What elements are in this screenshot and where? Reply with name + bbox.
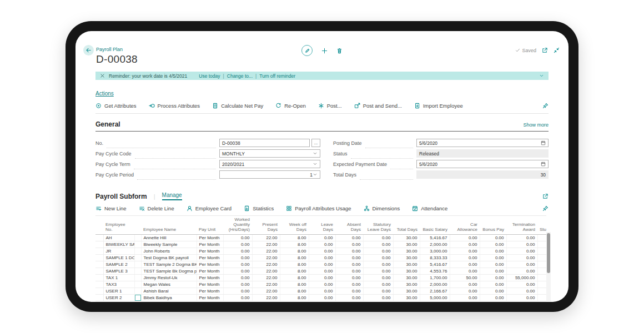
cell-week_off_days[interactable]: 8.00 — [280, 281, 309, 287]
cell-bonus_pay[interactable]: 0.00 — [480, 261, 506, 268]
change-to-link[interactable]: Change to... — [227, 73, 253, 79]
cell-week_off_days[interactable]: 8.00 — [280, 274, 309, 281]
post-and-send-button[interactable]: Post and Send... — [354, 103, 402, 109]
cell-basic_salary[interactable]: 5,416.67 — [420, 234, 450, 241]
cell-basic_salary[interactable]: 1,700.00 — [420, 274, 450, 281]
calculate-net-pay-button[interactable]: Calculate Net Pay — [212, 103, 263, 109]
cell-week_off_days[interactable]: 8.00 — [280, 248, 309, 254]
column-header-present-days[interactable]: Present Days — [252, 216, 280, 235]
cell-present_days[interactable]: 22.00 — [252, 274, 280, 281]
column-header-absent-days[interactable]: Absent Days — [335, 216, 363, 235]
cell-pay_unit[interactable]: Per Month — [197, 287, 223, 294]
cell-employee_no[interactable]: SAMPLE 3 — [103, 268, 134, 274]
cell-termination_award[interactable]: 0.00 — [506, 268, 537, 274]
gap-cell[interactable] — [134, 234, 141, 241]
cell-statutory_leave_days[interactable]: 0.00 — [363, 287, 393, 294]
cell-present_days[interactable]: 22.00 — [252, 254, 280, 261]
table-row[interactable]: TAX 1Jimmy Restof-UkPer Month0.0022.008.… — [95, 274, 546, 281]
column-header-leave-days[interactable]: Leave Days — [309, 216, 335, 235]
cell-worked_quantity[interactable]: 0.00 — [223, 248, 252, 254]
no-lookup-button[interactable]: ... — [311, 139, 320, 147]
cell-pay_unit[interactable]: Per Month — [197, 268, 223, 274]
cell-total_days[interactable]: 30.00 — [393, 248, 420, 254]
cell-stu_truncated[interactable] — [537, 261, 546, 268]
cell-bonus_pay[interactable]: 0.00 — [480, 294, 506, 301]
cell-bonus_pay[interactable]: 0.00 — [480, 234, 506, 241]
delete-line-button[interactable]: Delete Line — [139, 205, 174, 211]
cell-employee_no[interactable]: TAX 1 — [103, 274, 134, 281]
employee-card-button[interactable]: Employee Card — [187, 205, 232, 211]
vertical-scrollbar-thumb[interactable] — [547, 233, 550, 273]
table-row[interactable]: SAMPLE 1 DO...Test Dogma BK payrollPer M… — [95, 254, 546, 261]
gap-cell[interactable] — [134, 274, 141, 281]
cell-employee_name[interactable]: Megan Wales — [141, 281, 197, 287]
gap-cell[interactable] — [134, 248, 141, 254]
cell-stu_truncated[interactable] — [537, 254, 546, 261]
table-row[interactable]: USER 1Ashish BaralPer Month0.0022.008.00… — [95, 287, 546, 294]
cell-absent_days[interactable]: 0.00 — [335, 254, 363, 261]
cell-basic_salary[interactable]: 2,166.67 — [420, 287, 450, 294]
get-attributes-button[interactable]: Get Attributes — [95, 103, 137, 109]
cell-pay_unit[interactable]: Per Month — [197, 274, 223, 281]
column-header-statutory-leave-days[interactable]: Statutory Leave Days — [363, 216, 393, 235]
manage-tab[interactable]: Manage — [162, 192, 182, 200]
cell-worked_quantity[interactable]: 0.00 — [223, 274, 252, 281]
gap-cell[interactable] — [134, 254, 141, 261]
table-row[interactable]: BIWEEKLY SA...Biweekly SamplePer Month0.… — [95, 241, 546, 248]
cell-stu_truncated[interactable] — [537, 234, 546, 241]
cell-basic_salary[interactable]: 5,416.67 — [420, 261, 450, 268]
vertical-scrollbar[interactable] — [546, 232, 551, 301]
cell-termination_award[interactable]: 55,000.00 — [506, 274, 537, 281]
cell-worked_quantity[interactable]: 0.00 — [223, 261, 252, 268]
cell-absent_days[interactable]: 0.00 — [335, 248, 363, 254]
cell-employee_no[interactable]: USER 2 — [103, 294, 134, 301]
cell-termination_award[interactable]: 0.00 — [506, 234, 537, 241]
cell-absent_days[interactable]: 0.00 — [335, 261, 363, 268]
row-selector[interactable] — [95, 294, 103, 301]
cell-bonus_pay[interactable]: 0.00 — [480, 281, 506, 287]
focus-mode-button[interactable] — [542, 193, 549, 199]
cell-statutory_leave_days[interactable]: 0.00 — [363, 274, 393, 281]
cell-statutory_leave_days[interactable]: 0.00 — [363, 261, 393, 268]
cell-bonus_pay[interactable]: 0.00 — [480, 248, 506, 254]
cell-employee_name[interactable]: TEST Sample Bk Dogma payroll — [141, 268, 197, 274]
edit-button[interactable] — [301, 45, 313, 56]
new-record-button[interactable] — [321, 48, 328, 54]
cell-total_days[interactable]: 30.00 — [393, 294, 420, 301]
cell-employee_name[interactable]: TEST Sample 2 Dogma BK — [141, 261, 197, 268]
no-input[interactable]: D-00038 — [219, 139, 310, 147]
gap-cell[interactable] — [134, 261, 141, 268]
cell-present_days[interactable]: 22.00 — [252, 248, 280, 254]
cell-stu_truncated[interactable] — [537, 294, 546, 301]
cell-present_days[interactable]: 22.00 — [252, 241, 280, 248]
cell-present_days[interactable]: 22.00 — [252, 281, 280, 287]
cell-car_allowance[interactable]: 0.00 — [450, 281, 480, 287]
cell-car_allowance[interactable]: 0.00 — [450, 254, 480, 261]
column-header-worked-quantity-hrs-days[interactable]: Worked Quantity (Hrs/Days) — [223, 216, 252, 235]
table-row[interactable]: SAMPLE 2TEST Sample 2 Dogma BKPer Month0… — [95, 261, 546, 268]
cell-leave_days[interactable]: 0.00 — [309, 287, 335, 294]
delete-record-button[interactable] — [336, 48, 343, 54]
row-selector[interactable] — [95, 241, 103, 248]
cell-worked_quantity[interactable]: 0.00 — [223, 287, 252, 294]
cell-basic_salary[interactable]: 3,000.00 — [420, 248, 450, 254]
cell-employee_name[interactable]: Jimmy Restof-Uk — [141, 274, 197, 281]
cell-bonus_pay[interactable]: 0.00 — [480, 241, 506, 248]
cell-employee_name[interactable]: Biweekly Sample — [141, 241, 197, 248]
cell-week_off_days[interactable]: 8.00 — [280, 268, 309, 274]
row-selector[interactable] — [95, 234, 103, 241]
cell-employee_no[interactable]: SAMPLE 2 — [103, 261, 134, 268]
cell-leave_days[interactable]: 0.00 — [309, 248, 335, 254]
cell-statutory_leave_days[interactable]: 0.00 — [363, 254, 393, 261]
cell-leave_days[interactable]: 0.00 — [309, 254, 335, 261]
row-selector[interactable] — [95, 248, 103, 254]
cell-leave_days[interactable]: 0.00 — [309, 234, 335, 241]
cell-employee_name[interactable]: John Roberts — [141, 248, 197, 254]
attendance-button[interactable]: Attendance — [412, 205, 447, 211]
new-line-button[interactable]: New Line — [95, 205, 127, 211]
chevron-down-icon[interactable] — [539, 73, 544, 78]
cell-worked_quantity[interactable]: 0.00 — [223, 294, 252, 301]
cell-statutory_leave_days[interactable]: 0.00 — [363, 234, 393, 241]
cell-present_days[interactable]: 22.00 — [252, 268, 280, 274]
row-selector[interactable] — [95, 274, 103, 281]
